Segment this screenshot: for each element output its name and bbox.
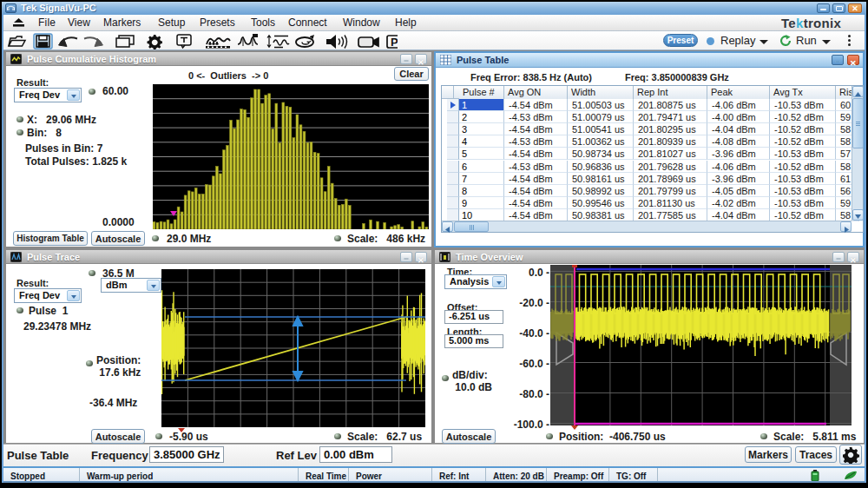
svg-text:P: P [391,36,398,49]
